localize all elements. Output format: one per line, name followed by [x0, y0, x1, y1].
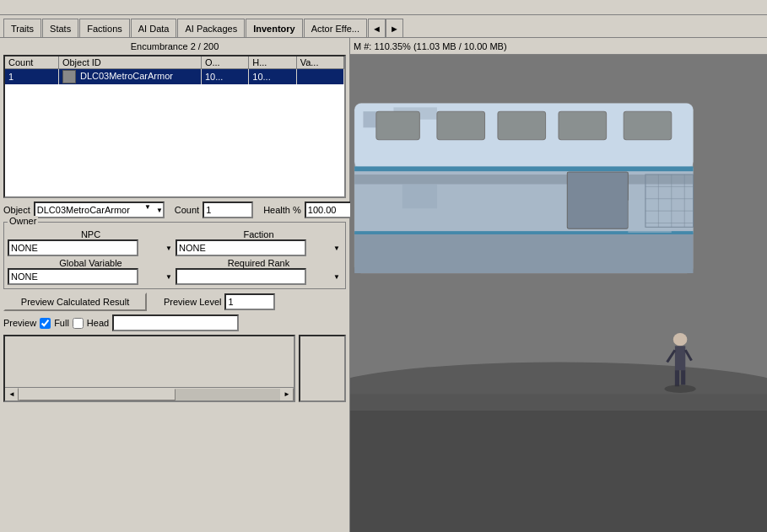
svg-rect-8 — [376, 111, 419, 140]
viewport[interactable] — [350, 55, 767, 532]
main-content: Encumbrance 2 / 200 Count Object ID O...… — [0, 38, 767, 532]
right-panel: M #: 110.35% (11.03 MB / 10.00 MB) — [350, 38, 767, 532]
preview-label: Preview — [3, 318, 36, 328]
npc-select[interactable]: NONE — [8, 239, 138, 256]
scene-svg — [350, 55, 767, 532]
inventory-table[interactable]: Count Object ID O... H... Va... 1 — [3, 55, 346, 198]
global-var-label: Global Variable — [8, 258, 174, 268]
col-va[interactable]: Va... — [296, 56, 343, 69]
count-input[interactable] — [203, 202, 253, 218]
head-checkbox[interactable] — [73, 318, 84, 329]
svg-rect-20 — [628, 201, 671, 233]
cell-h: 10... — [249, 69, 296, 85]
encumbrance-label: Encumbrance 2 / 200 — [3, 41, 346, 51]
preview-section: Preview Full Head — [3, 314, 346, 331]
scroll-track[interactable] — [19, 389, 280, 400]
tab-ai-data[interactable]: AI Data — [131, 19, 177, 37]
tab-inventory[interactable]: Inventory — [246, 19, 303, 37]
faction-label: Faction — [176, 229, 342, 239]
svg-rect-32 — [681, 370, 685, 384]
scroll-left-btn[interactable]: ◄ — [5, 388, 19, 401]
col-o[interactable]: O... — [201, 56, 248, 69]
form-area: Object DLC03MetroCarArmor ▼ Count Health… — [3, 202, 346, 402]
svg-rect-3 — [350, 395, 767, 411]
preview-value-bar[interactable] — [112, 314, 239, 331]
required-rank-label: Required Rank — [176, 258, 342, 268]
health-label: Health % — [263, 205, 301, 215]
svg-point-29 — [673, 333, 687, 346]
count-label: Count — [175, 205, 199, 215]
global-var-col: Global Variable NONE — [8, 258, 174, 285]
owner-group: Owner NPC NONE Faction — [3, 222, 346, 289]
faction-select-wrapper[interactable]: NONE — [176, 239, 342, 256]
cell-count: 1 — [5, 69, 58, 85]
svg-rect-31 — [675, 370, 679, 386]
tab-stats[interactable]: Stats — [42, 19, 78, 37]
table-row[interactable]: 1 DLC03MetroCarArmor 10... 10... — [5, 69, 344, 85]
head-label: Head — [87, 318, 109, 328]
svg-point-35 — [665, 384, 696, 393]
faction-select[interactable]: NONE — [176, 239, 306, 256]
svg-rect-19 — [402, 184, 437, 208]
svg-rect-16 — [567, 172, 628, 228]
npc-col: NPC NONE — [8, 229, 174, 256]
info-bar: M #: 110.35% (11.03 MB / 10.00 MB) — [350, 38, 767, 55]
global-var-select[interactable]: NONE — [8, 268, 138, 285]
required-rank-select-wrapper[interactable] — [176, 268, 342, 285]
object-row: Object DLC03MetroCarArmor ▼ Count Health… — [3, 202, 346, 218]
owner-group-legend: Owner — [8, 216, 38, 226]
preview-calculated-result-button[interactable]: Preview Calculated Result — [3, 293, 147, 311]
owner-grid: NPC NONE Faction NONE — [8, 229, 342, 285]
object-label: Object — [3, 205, 30, 215]
scroll-right-btn[interactable]: ► — [280, 388, 294, 401]
cell-va — [296, 69, 343, 85]
tab-ai-packages[interactable]: AI Packages — [177, 19, 245, 37]
svg-rect-2 — [350, 395, 767, 532]
top-bar — [0, 0, 767, 15]
object-select-wrapper[interactable]: DLC03MetroCarArmor ▼ — [34, 202, 165, 218]
svg-rect-15 — [354, 233, 693, 273]
svg-rect-12 — [624, 111, 672, 140]
npc-label: NPC — [8, 229, 174, 239]
bottom-area: ◄ ► — [3, 335, 346, 402]
svg-rect-30 — [675, 346, 685, 370]
full-checkbox[interactable] — [40, 318, 51, 329]
svg-rect-10 — [498, 111, 546, 140]
col-object-id[interactable]: Object ID — [58, 56, 201, 69]
col-h[interactable]: H... — [249, 56, 296, 69]
left-panel: Encumbrance 2 / 200 Count Object ID O...… — [0, 38, 350, 532]
cell-o: 10... — [201, 69, 248, 85]
preview-btn-row: Preview Calculated Result Preview Level — [3, 293, 346, 311]
npc-select-wrapper[interactable]: NONE — [8, 239, 174, 256]
tab-prev-arrow[interactable]: ◄ — [368, 19, 386, 37]
object-select[interactable]: DLC03MetroCarArmor — [34, 202, 165, 218]
main-window: Traits Stats Factions AI Data AI Package… — [0, 0, 767, 532]
svg-rect-9 — [437, 111, 485, 140]
tab-actor-effects[interactable]: Actor Effe... — [304, 19, 367, 37]
info-bar-text: M #: 110.35% (11.03 MB / 10.00 MB) — [354, 41, 507, 51]
tab-bar: Traits Stats Factions AI Data AI Package… — [0, 15, 767, 38]
item-icon — [62, 70, 76, 83]
side-panel — [299, 335, 346, 402]
scroll-thumb[interactable] — [19, 389, 176, 400]
tab-traits[interactable]: Traits — [3, 19, 41, 37]
svg-rect-14 — [354, 175, 693, 185]
svg-rect-17 — [354, 166, 693, 171]
tab-next-arrow[interactable]: ► — [386, 19, 403, 37]
required-rank-col: Required Rank — [176, 258, 342, 285]
col-count[interactable]: Count — [5, 56, 58, 69]
cell-object-id: DLC03MetroCarArmor — [58, 69, 201, 85]
required-rank-select[interactable] — [176, 268, 306, 285]
preview-level-input[interactable] — [224, 293, 275, 310]
faction-col: Faction NONE — [176, 229, 342, 256]
global-var-select-wrapper[interactable]: NONE — [8, 268, 174, 285]
preview-level-label: Preview Level — [164, 297, 221, 307]
full-label: Full — [54, 318, 69, 328]
svg-rect-11 — [559, 111, 607, 140]
tab-factions[interactable]: Factions — [79, 19, 130, 37]
